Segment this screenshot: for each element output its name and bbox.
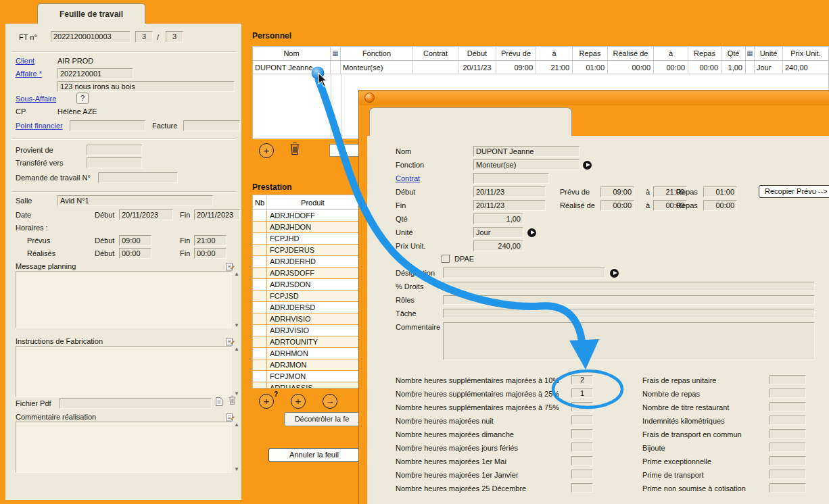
numeric-input[interactable] <box>769 375 806 384</box>
dialog-debut-field[interactable]: 20/11/23 <box>473 186 546 197</box>
sous-affaire-help-button[interactable]: ? <box>76 93 89 104</box>
transfere-vers-field[interactable] <box>87 157 142 168</box>
prevus-debut-field[interactable]: 09:00 <box>119 235 151 246</box>
cell-icon-1[interactable] <box>331 61 341 74</box>
numeric-input[interactable] <box>769 443 806 452</box>
document-icon[interactable] <box>215 397 223 409</box>
scroll-up-icon[interactable]: ▲ <box>234 347 239 352</box>
realises-fin-field[interactable]: 00:00 <box>194 248 227 259</box>
prestation-row[interactable]: FCPJMON <box>253 371 358 382</box>
point-financier-field[interactable] <box>70 120 145 131</box>
prestation-row[interactable]: ADRHVISIO <box>253 313 358 325</box>
dialog-nom-field[interactable]: DUPONT Jeanne <box>473 146 579 157</box>
instructions-textarea[interactable] <box>16 346 232 397</box>
add-arrow-button[interactable]: → <box>323 394 337 409</box>
numeric-input[interactable] <box>769 415 806 425</box>
scroll-down-icon[interactable]: ▼ <box>234 323 239 328</box>
add-personnel-button[interactable]: + <box>259 143 274 158</box>
cell-realise-de[interactable]: 00:00 <box>608 61 654 74</box>
cell-repas-prevu[interactable]: 01:00 <box>573 61 608 74</box>
scroll-down-icon[interactable]: ▼ <box>234 467 239 472</box>
prestation-row[interactable]: ADRJVISIO <box>253 325 358 336</box>
personnel-data-row[interactable]: DUPONT Jeanne Monteur(se) 20/11/23 09:00… <box>253 61 828 74</box>
tab-feuille-de-travail[interactable]: Feuille de travail <box>37 3 145 24</box>
designation-picker-button[interactable] <box>610 269 619 278</box>
cell-prevu-a[interactable]: 21:00 <box>536 61 573 74</box>
dpae-checkbox[interactable] <box>442 255 450 263</box>
numeric-input[interactable] <box>769 470 806 479</box>
numeric-input[interactable] <box>571 429 593 438</box>
prestation-row[interactable]: ADRJDERSD <box>253 302 358 313</box>
numeric-input[interactable] <box>571 443 593 452</box>
prevu-de-field[interactable]: 09:00 <box>600 186 634 197</box>
cell-prevu-de[interactable]: 09:00 <box>496 61 536 74</box>
numeric-input[interactable] <box>571 470 593 479</box>
dialog-titlebar[interactable] <box>359 91 829 105</box>
prestation-row[interactable]: ADRHASSIS <box>253 382 358 388</box>
partial-button[interactable] <box>329 144 359 157</box>
numeric-input[interactable] <box>769 456 806 465</box>
commentaire-realisation-textarea[interactable] <box>16 422 232 473</box>
ft-page-field[interactable]: 3 <box>135 31 153 43</box>
demande-travail-field[interactable] <box>98 172 178 183</box>
trash-icon[interactable] <box>228 395 237 408</box>
sous-affaire-link[interactable]: Sous-Affaire <box>16 95 56 103</box>
date-fin-field[interactable]: 20/11/2023 <box>194 209 240 220</box>
date-debut-field[interactable]: 20/11/2023 <box>119 209 173 220</box>
droits-field[interactable] <box>443 282 815 291</box>
salle-field[interactable]: Avid N°1 <box>57 195 213 206</box>
realise-de-field[interactable]: 00:00 <box>600 200 634 211</box>
prestation-row[interactable]: FCPJDERUS <box>253 245 358 256</box>
cell-debut[interactable]: 20/11/23 <box>458 61 496 74</box>
numeric-input[interactable] <box>571 456 593 465</box>
message-planning-textarea[interactable] <box>16 271 232 328</box>
cell-realise-a[interactable]: 00:00 <box>654 61 688 74</box>
prestation-row[interactable]: ADRHMON <box>253 348 358 359</box>
facture-field[interactable] <box>183 120 240 131</box>
dialog-unite-field[interactable]: Jour <box>473 227 523 238</box>
prestation-row[interactable]: FCPJSD <box>253 291 358 302</box>
cell-prix-unit[interactable]: 240,00 <box>783 61 828 74</box>
dialog-tab[interactable] <box>369 107 572 137</box>
dialog-titlebar-icon[interactable] <box>364 93 375 103</box>
realises-debut-field[interactable]: 00:00 <box>119 248 151 259</box>
dialog-contrat-field[interactable] <box>473 173 549 184</box>
numeric-input[interactable]: 1 <box>571 388 593 398</box>
prestation-row[interactable]: FCPJHD <box>253 233 358 245</box>
prestation-row[interactable]: ADRTOUNITY <box>253 336 358 348</box>
cell-qte[interactable]: 1,00 <box>721 61 746 74</box>
numeric-input[interactable] <box>769 429 806 438</box>
client-link[interactable]: Client <box>16 57 34 65</box>
prestation-row[interactable]: ADRJHDOFF <box>253 210 358 222</box>
roles-field[interactable] <box>443 295 815 305</box>
decontroler-button[interactable]: Décontrôler la fe <box>284 412 360 426</box>
delete-personnel-button[interactable] <box>289 141 304 157</box>
prestation-row[interactable]: ADRJDERHD <box>253 256 358 268</box>
point-financier-link[interactable]: Point financier <box>16 122 63 130</box>
ft-total-field[interactable]: 3 <box>166 31 183 43</box>
cell-repas-realise[interactable]: 00:00 <box>688 61 721 74</box>
numeric-input[interactable] <box>769 388 806 398</box>
scroll-up-icon[interactable]: ▲ <box>234 422 239 428</box>
numeric-input[interactable] <box>571 402 593 411</box>
ft-number-field[interactable]: 20221200010003 <box>51 31 131 43</box>
cell-icon-2[interactable] <box>746 61 755 74</box>
affaire-desc-field[interactable]: 123 nous irons au bois <box>57 81 235 92</box>
prestation-row[interactable]: ADRJSDOFF <box>253 268 358 279</box>
prevus-fin-field[interactable]: 21:00 <box>194 235 227 246</box>
designation-field[interactable] <box>443 268 605 278</box>
fonction-picker-button[interactable] <box>583 161 592 170</box>
annuler-feuille-button[interactable]: Annuler la feuil <box>268 448 360 462</box>
unite-picker-button[interactable] <box>527 228 536 237</box>
cell-nom[interactable]: DUPONT Jeanne <box>253 61 331 74</box>
scroll-up-icon[interactable]: ▲ <box>234 272 239 277</box>
numeric-input[interactable]: 2 <box>571 375 593 384</box>
commentaire-field[interactable] <box>443 322 815 360</box>
cell-fonction[interactable]: Monteur(se) <box>341 61 413 74</box>
prestation-row[interactable]: ADRJHDON <box>253 222 358 233</box>
fichier-pdf-field[interactable] <box>60 398 212 409</box>
add-question-button[interactable]: +? <box>259 394 274 409</box>
cell-unite[interactable]: Jour <box>755 61 783 74</box>
add-prestation-button[interactable]: + <box>291 394 306 409</box>
numeric-input[interactable] <box>571 415 593 425</box>
